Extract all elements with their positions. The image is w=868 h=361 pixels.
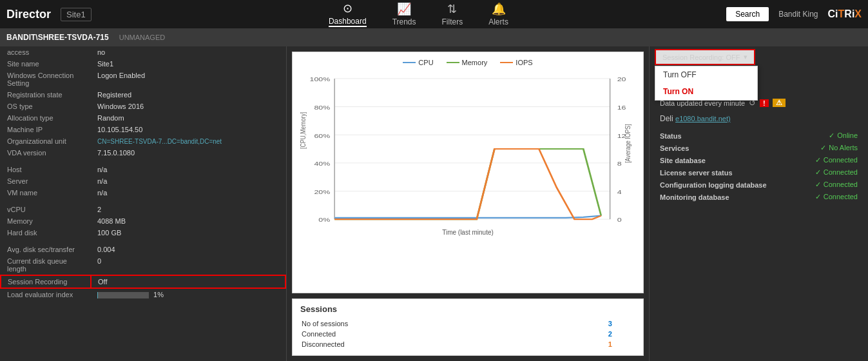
info-value: Registered	[91, 89, 285, 101]
site-db-label: Site database	[655, 154, 798, 166]
svg-text:100%: 100%	[310, 75, 331, 83]
svg-text:20: 20	[617, 75, 626, 83]
info-value: 2	[91, 204, 285, 215]
machine-status-badge: UNMANAGED	[119, 34, 166, 41]
left-panel: access no Site name Site1 Windows Connec…	[0, 46, 287, 361]
nav-alerts-label: Alerts	[488, 17, 508, 26]
info-value: 7.15.0.1080	[91, 147, 285, 159]
sessions-title: Sessions	[300, 304, 635, 314]
user-menu[interactable]: Bandit King	[778, 10, 818, 19]
session-recording-label: Session Recording	[1, 275, 91, 288]
svg-text:8: 8	[617, 160, 622, 167]
table-row: Hard disk 100 GB	[1, 227, 285, 239]
table-row: Connected 2	[302, 329, 634, 338]
table-row: No of sessions 3	[302, 319, 634, 328]
chart-area: 100% 80% 60% 40% 20% 0% 20 16 12 8 4 0 […	[299, 72, 637, 226]
machine-info-table: access no Site name Site1 Windows Connec…	[0, 46, 286, 300]
session-recording-row: Session Recording Off	[1, 275, 285, 288]
info-label: Allocation type	[1, 112, 91, 124]
machine-name: BANDIT\SHREE-TSVDA-715	[6, 33, 109, 42]
ou-link[interactable]: CN=SHREE-TSVDA-7...DC=bandit,DC=net	[97, 138, 222, 145]
info-value: n/a	[91, 175, 285, 187]
delivery-link[interactable]: e1080.bandit.net)	[675, 115, 731, 122]
citrix-logo: CiTRiX	[828, 8, 862, 20]
license-label: License server status	[655, 166, 798, 179]
monitor-db-dot: ✓	[815, 193, 821, 200]
search-button[interactable]: Search	[726, 7, 769, 21]
session-recording-button[interactable]: Session Recording: OFF ▾	[655, 49, 755, 65]
disconnected-count: 1	[608, 340, 634, 349]
memory-legend-label: Memory	[462, 59, 488, 66]
table-row: Disconnected 1	[302, 340, 634, 349]
main-content: access no Site name Site1 Windows Connec…	[0, 46, 868, 361]
config-db-value: ✓Connected	[798, 179, 863, 191]
breadcrumb-bar: BANDIT\SHREE-TSVDA-715 UNMANAGED	[0, 28, 868, 46]
sr-turn-on-option[interactable]: Turn ON	[655, 83, 757, 100]
trends-icon: 📈	[397, 2, 411, 16]
info-value: 1%	[91, 288, 285, 300]
session-recording-dropdown: Turn OFF Turn ON	[655, 66, 758, 101]
memory-legend-dot	[447, 62, 459, 63]
chart-svg: 100% 80% 60% 40% 20% 0% 20 16 12 8 4 0 […	[299, 72, 637, 226]
status-value: ✓Online	[798, 130, 863, 142]
info-label: Hard disk	[1, 227, 91, 239]
alert-red-icon[interactable]: !	[760, 99, 769, 107]
sr-turn-off-option[interactable]: Turn OFF	[655, 66, 757, 83]
table-row: Registration state Registered	[1, 89, 285, 101]
sessions-table: No of sessions 3 Connected 2 Disconnecte…	[300, 318, 635, 350]
nav-center: ⊙ Dashboard 📈 Trends ⇅ Filters 🔔 Alerts	[111, 1, 726, 27]
table-row: Current disk queue length 0	[1, 255, 285, 275]
session-recording-button-label: Session Recording: OFF	[662, 54, 740, 61]
nav-dashboard[interactable]: ⊙ Dashboard	[329, 1, 367, 27]
info-label: Windows Connection Setting	[1, 70, 91, 89]
info-label: Current disk queue length	[1, 255, 91, 275]
svg-text:0%: 0%	[318, 217, 330, 224]
license-dot: ✓	[815, 168, 821, 176]
connected-label: Connected	[302, 329, 607, 338]
info-label: vCPU	[1, 204, 91, 215]
status-label: Status	[655, 130, 798, 142]
info-label: Registration state	[1, 89, 91, 101]
dashboard-icon: ⊙	[343, 1, 352, 15]
table-row: Windows Connection Setting Logon Enabled	[1, 70, 285, 89]
site-selector[interactable]: Site1	[61, 8, 92, 21]
table-row: vCPU 2	[1, 204, 285, 215]
legend-iops: IOPS	[500, 59, 532, 66]
dropdown-arrow-icon: ▾	[744, 53, 747, 61]
svg-text:40%: 40%	[314, 160, 330, 167]
nav-alerts[interactable]: 🔔 Alerts	[488, 2, 508, 26]
sessions-count: 3	[608, 319, 634, 328]
svg-text:16: 16	[617, 104, 626, 111]
services-dot: ✓	[820, 144, 826, 151]
table-row: Organizational unit CN=SHREE-TSVDA-7...D…	[1, 135, 285, 147]
cpu-legend-dot	[403, 62, 416, 63]
right-panel: Session Recording: OFF ▾ Turn OFF Turn O…	[649, 46, 868, 361]
status-row: Status ✓Online	[655, 130, 863, 142]
session-recording-control: Session Recording: OFF ▾ Turn OFF Turn O…	[650, 46, 868, 68]
info-value: Windows 2016	[91, 101, 285, 112]
chart-x-label: Time (last minute)	[299, 229, 637, 236]
session-recording-value: Off	[91, 275, 285, 288]
nav-filters[interactable]: ⇅ Filters	[442, 2, 463, 26]
table-row: Server n/a	[1, 175, 285, 187]
table-row: VDA version 7.15.0.1080	[1, 147, 285, 159]
svg-text:4: 4	[617, 188, 622, 195]
svg-text:20%: 20%	[314, 188, 330, 195]
monitor-db-label: Monitoring database	[655, 191, 798, 203]
disconnected-label: Disconnected	[302, 340, 607, 349]
services-value: ✓No Alerts	[798, 142, 863, 154]
iops-legend-dot	[500, 62, 513, 63]
delivery-title: Deli e1080.bandit.net)	[660, 114, 858, 123]
table-row: Allocation type Random	[1, 112, 285, 124]
alert-yellow-icon[interactable]: ⚠	[773, 99, 786, 107]
svg-text:[Average IOPS]: [Average IOPS]	[624, 124, 632, 163]
config-db-label: Configuration logging database	[655, 179, 798, 191]
status-row: Configuration logging database ✓Connecte…	[655, 179, 863, 191]
services-label: Services	[655, 142, 798, 154]
svg-text:[CPU,Memory]: [CPU,Memory]	[299, 112, 307, 149]
info-label: Load evaluator index	[1, 288, 91, 300]
table-row: Machine IP 10.105.154.50	[1, 124, 285, 135]
nav-trends[interactable]: 📈 Trends	[392, 2, 416, 26]
svg-text:0: 0	[617, 217, 622, 224]
nav-dashboard-label: Dashboard	[329, 17, 367, 26]
